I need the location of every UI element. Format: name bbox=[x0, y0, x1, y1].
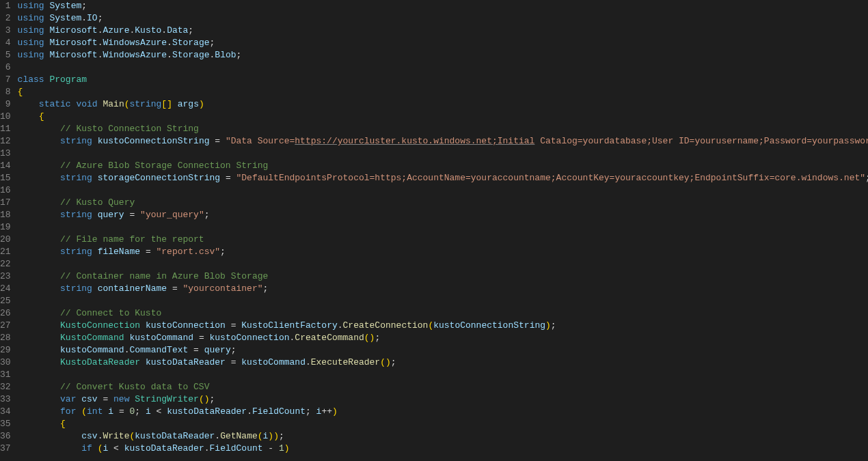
code-token: . bbox=[167, 50, 172, 60]
line-number: 19 bbox=[0, 221, 11, 234]
code-token bbox=[18, 124, 60, 134]
code-line[interactable]: { bbox=[18, 111, 868, 123]
code-editor[interactable]: using System;using System.IO;using Micro… bbox=[18, 0, 868, 461]
code-token bbox=[18, 308, 60, 318]
code-token: () bbox=[380, 357, 391, 367]
code-token: WindowsAzure bbox=[103, 50, 167, 60]
code-token: i bbox=[108, 406, 113, 417]
code-line[interactable]: // Container name in Azure Blob Storage bbox=[18, 270, 868, 283]
code-token: // Kusto Connection String bbox=[60, 124, 199, 134]
code-token: Write bbox=[103, 431, 129, 441]
code-line[interactable]: { bbox=[18, 418, 868, 430]
code-token: "report.csv" bbox=[156, 247, 220, 257]
code-line[interactable]: // Convert Kusto data to CSV bbox=[18, 381, 868, 393]
code-token: ; bbox=[135, 406, 146, 417]
code-token: kustoConnectionString bbox=[433, 320, 545, 331]
code-line[interactable]: using Microsoft.Azure.Kusto.Data; bbox=[18, 25, 868, 37]
code-token: "yourcontainer" bbox=[182, 283, 262, 294]
code-line[interactable]: { bbox=[18, 86, 868, 98]
code-token: ( bbox=[258, 431, 263, 441]
code-token: // Convert Kusto data to CSV bbox=[60, 382, 209, 392]
code-token: string bbox=[60, 210, 92, 220]
code-line[interactable]: string containerName = "yourcontainer"; bbox=[18, 283, 868, 295]
code-line[interactable]: KustoConnection kustoConnection = KustoC… bbox=[18, 320, 868, 332]
code-line[interactable]: for (int i = 0; i < kustoDataReader.Fiel… bbox=[18, 406, 868, 418]
code-token: if bbox=[81, 443, 92, 453]
code-token: Main bbox=[103, 99, 124, 109]
code-token: kustoConnection bbox=[210, 333, 290, 343]
code-line[interactable] bbox=[18, 369, 868, 381]
code-line[interactable]: using Microsoft.WindowsAzure.Storage; bbox=[18, 37, 868, 49]
code-token: GetName bbox=[220, 431, 258, 441]
code-line[interactable]: // File name for the report bbox=[18, 234, 868, 246]
code-line[interactable] bbox=[18, 258, 868, 270]
code-line[interactable]: // Kusto Query bbox=[18, 197, 868, 209]
code-token: Microsoft bbox=[49, 25, 97, 36]
code-token: kustoDataReader bbox=[124, 443, 204, 453]
code-line[interactable]: // Connect to Kusto bbox=[18, 307, 868, 320]
code-line[interactable]: string kustoConnectionString = "Data Sou… bbox=[18, 135, 868, 148]
code-token: void bbox=[76, 99, 97, 109]
code-token: https://yourcluster.kusto.windows.net;In… bbox=[295, 136, 534, 146]
code-line[interactable] bbox=[18, 295, 868, 307]
code-token bbox=[140, 320, 146, 331]
code-line[interactable]: class Program bbox=[18, 74, 868, 86]
code-token: . bbox=[215, 431, 220, 441]
code-line[interactable] bbox=[18, 221, 868, 234]
code-line[interactable]: using System.IO; bbox=[18, 12, 868, 25]
code-line[interactable]: if (i < kustoDataReader.FieldCount - 1) bbox=[18, 443, 868, 455]
code-token: KustoConnection bbox=[60, 320, 140, 331]
code-token bbox=[92, 210, 98, 220]
code-line[interactable]: var csv = new StringWriter(); bbox=[18, 393, 868, 406]
code-token: storageConnectionString bbox=[98, 173, 220, 183]
code-token: using bbox=[18, 1, 44, 11]
code-line[interactable] bbox=[18, 184, 868, 197]
code-token: kustoDataReader bbox=[146, 357, 226, 367]
code-token: ) bbox=[284, 443, 290, 453]
code-token bbox=[18, 271, 60, 281]
code-line[interactable] bbox=[18, 61, 868, 74]
code-token: KustoCommand bbox=[60, 333, 124, 343]
line-number: 4 bbox=[0, 37, 11, 49]
code-line[interactable] bbox=[18, 148, 868, 160]
code-token: args bbox=[178, 99, 199, 109]
code-token: var bbox=[60, 394, 76, 404]
code-token bbox=[18, 111, 39, 122]
code-token: < bbox=[108, 443, 124, 453]
code-line[interactable]: KustoDataReader kustoDataReader = kustoC… bbox=[18, 357, 868, 369]
code-token: string bbox=[60, 136, 92, 146]
code-line[interactable]: string storageConnectionString = "Defaul… bbox=[18, 172, 868, 184]
code-token bbox=[18, 394, 60, 404]
line-number: 36 bbox=[0, 430, 11, 443]
code-token: ) bbox=[199, 99, 204, 109]
code-token bbox=[18, 357, 60, 367]
code-token bbox=[18, 160, 60, 171]
code-line[interactable]: static void Main(string[] args) bbox=[18, 98, 868, 111]
code-token: Data bbox=[167, 25, 188, 36]
code-token: ; bbox=[263, 283, 269, 294]
code-line[interactable]: KustoCommand kustoCommand = kustoConnect… bbox=[18, 332, 868, 344]
code-token: ; bbox=[98, 13, 103, 23]
code-token: ; bbox=[279, 431, 284, 441]
code-line[interactable]: // Kusto Connection String bbox=[18, 123, 868, 135]
code-line[interactable]: // Azure Blob Storage Connection String bbox=[18, 160, 868, 172]
code-token: ) bbox=[545, 320, 551, 331]
code-token: FieldCount bbox=[210, 443, 263, 453]
code-line[interactable]: string query = "your_query"; bbox=[18, 209, 868, 221]
code-token: ; bbox=[81, 1, 87, 11]
code-token: // Kusto Query bbox=[60, 197, 135, 208]
code-token bbox=[92, 443, 98, 453]
code-token: using bbox=[18, 13, 44, 23]
code-line[interactable]: using System; bbox=[18, 0, 868, 12]
code-line[interactable]: using Microsoft.WindowsAzure.Storage.Blo… bbox=[18, 49, 868, 61]
code-token: kustoCommand bbox=[60, 345, 124, 355]
code-token: ; bbox=[210, 38, 215, 48]
code-token: ( bbox=[81, 406, 87, 417]
line-number: 22 bbox=[0, 258, 11, 270]
code-token: < bbox=[151, 406, 167, 417]
code-line[interactable]: csv.Write(kustoDataReader.GetName(i)); bbox=[18, 430, 868, 443]
code-token: // Connect to Kusto bbox=[60, 308, 161, 318]
line-number: 20 bbox=[0, 234, 11, 246]
code-line[interactable]: kustoCommand.CommandText = query; bbox=[18, 344, 868, 357]
code-line[interactable]: string fileName = "report.csv"; bbox=[18, 246, 868, 258]
